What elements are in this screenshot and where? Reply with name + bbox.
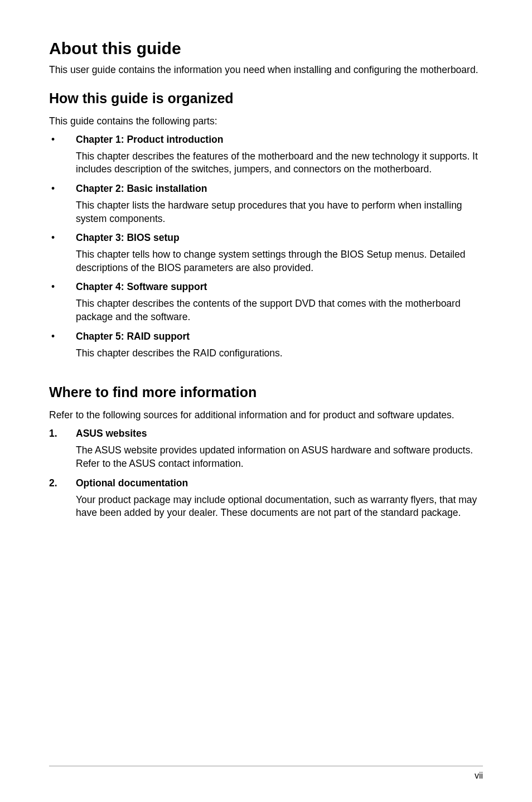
chapter-body: This chapter describes the contents of t… bbox=[76, 297, 483, 323]
list-number: 1. bbox=[49, 428, 76, 439]
chapter-body: This chapter describes the RAID configur… bbox=[76, 347, 483, 360]
page-intro: This user guide contains the information… bbox=[49, 64, 483, 77]
chapter-body: This chapter lists the hardware setup pr… bbox=[76, 199, 483, 225]
section2-intro: Refer to the following sources for addit… bbox=[49, 409, 483, 421]
list-item: • Chapter 2: Basic installation This cha… bbox=[49, 183, 483, 225]
bullet-icon: • bbox=[49, 134, 76, 146]
page-footer: vii bbox=[49, 766, 483, 781]
list-item: • Chapter 1: Product introduction This c… bbox=[49, 134, 483, 176]
list-item: • Chapter 3: BIOS setup This chapter tel… bbox=[49, 232, 483, 274]
source-title: Optional documentation bbox=[76, 477, 188, 489]
chapter-body: This chapter describes the features of t… bbox=[76, 150, 483, 176]
list-item: • Chapter 4: Software support This chapt… bbox=[49, 281, 483, 323]
source-body: Your product package may include optiona… bbox=[76, 494, 483, 520]
chapter-title: Chapter 3: BIOS setup bbox=[76, 232, 180, 244]
bullet-icon: • bbox=[49, 281, 76, 293]
section1-heading: How this guide is organized bbox=[49, 90, 483, 107]
chapter-title: Chapter 1: Product introduction bbox=[76, 134, 223, 146]
source-title: ASUS websites bbox=[76, 428, 147, 439]
list-item: • Chapter 5: RAID support This chapter d… bbox=[49, 331, 483, 360]
chapter-title: Chapter 2: Basic installation bbox=[76, 183, 207, 195]
chapter-body: This chapter tells how to change system … bbox=[76, 248, 483, 274]
list-item: 2. Optional documentation Your product p… bbox=[49, 477, 483, 520]
bullet-icon: • bbox=[49, 331, 76, 342]
list-number: 2. bbox=[49, 477, 76, 489]
chapter-title: Chapter 4: Software support bbox=[76, 281, 207, 293]
page-title: About this guide bbox=[49, 39, 483, 58]
bullet-icon: • bbox=[49, 232, 76, 244]
source-body: The ASUS website provides updated inform… bbox=[76, 444, 483, 470]
section1-intro: This guide contains the following parts: bbox=[49, 115, 483, 127]
list-item: 1. ASUS websites The ASUS website provid… bbox=[49, 428, 483, 470]
chapter-title: Chapter 5: RAID support bbox=[76, 331, 190, 342]
section2-heading: Where to find more information bbox=[49, 384, 483, 400]
page-number: vii bbox=[475, 771, 483, 780]
bullet-icon: • bbox=[49, 183, 76, 195]
